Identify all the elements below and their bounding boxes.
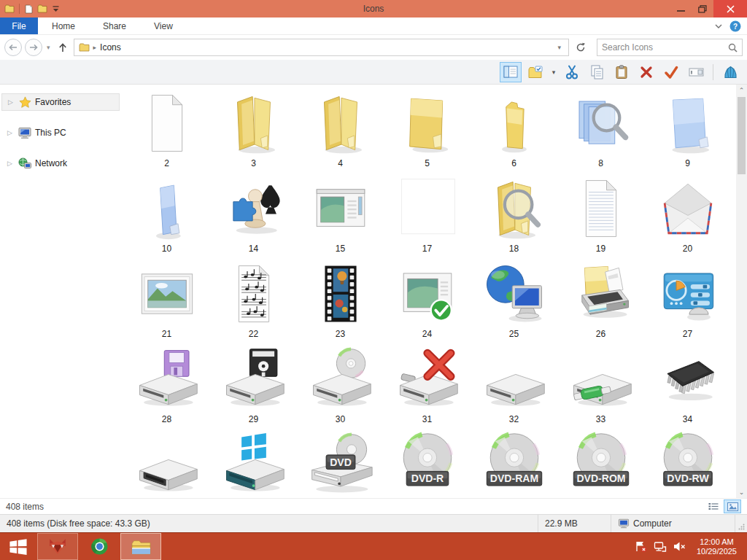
scroll-down-icon[interactable]: ⌄ (736, 486, 747, 498)
file-item[interactable]: 33 (557, 345, 644, 430)
file-item[interactable]: 10 (123, 174, 210, 260)
start-button[interactable] (0, 533, 36, 560)
file-item[interactable]: 27 (644, 260, 731, 345)
address-box[interactable]: ▸ Icons ▾ (74, 39, 569, 56)
folder-blue-slim-icon (134, 174, 200, 243)
drive-network-icon (568, 345, 634, 413)
file-item[interactable]: DVD-RW (644, 430, 731, 498)
details-view-button[interactable] (705, 499, 722, 513)
back-button[interactable] (4, 39, 22, 56)
preview-pane-button[interactable] (500, 62, 522, 82)
taskbar-browser-button[interactable] (79, 533, 120, 560)
file-item[interactable]: 21 (123, 260, 210, 345)
search-box[interactable] (597, 39, 743, 56)
file-item[interactable]: 15 (297, 174, 384, 260)
picture-frame-icon (134, 260, 200, 328)
file-item[interactable]: 9 (644, 89, 731, 174)
expand-arrow-icon[interactable]: ▷ (7, 160, 15, 167)
new-folder-dropdown-icon[interactable]: ▾ (549, 62, 558, 82)
file-item[interactable]: 5 (384, 89, 471, 174)
minimize-button[interactable] (670, 0, 692, 18)
file-item[interactable]: 17 (384, 174, 471, 260)
tab-file[interactable]: File (0, 18, 38, 34)
taskbar-file-explorer-button[interactable] (120, 533, 161, 560)
address-dropdown-caret-icon[interactable]: ▾ (554, 44, 564, 51)
svg-text:DVD: DVD (330, 456, 352, 468)
file-item[interactable] (210, 430, 297, 498)
shell-button[interactable] (719, 62, 741, 82)
file-item[interactable]: 28 (123, 345, 210, 430)
expand-arrow-icon[interactable]: ▷ (8, 98, 15, 106)
tab-home[interactable]: Home (38, 18, 89, 34)
network-tray-icon[interactable] (654, 541, 667, 553)
sidebar-item-label: This PC (35, 128, 66, 138)
help-icon[interactable]: ? (729, 20, 741, 32)
customize-qat-caret-icon[interactable] (52, 5, 60, 12)
restore-button[interactable] (692, 0, 713, 18)
expand-arrow-icon[interactable]: ▷ (7, 129, 15, 136)
file-item[interactable]: 4 (297, 89, 384, 174)
file-item[interactable]: 3 (210, 89, 297, 174)
scroll-up-icon[interactable]: ⌃ (736, 85, 747, 96)
sidebar-item-favorites[interactable]: ▷ Favorites (1, 93, 120, 111)
file-item[interactable]: 24 (384, 260, 471, 345)
tab-view[interactable]: View (140, 18, 187, 34)
file-item[interactable]: 19 (557, 174, 644, 260)
tab-share[interactable]: Share (89, 18, 140, 34)
volume-muted-icon[interactable] (673, 541, 686, 552)
new-folder-icon[interactable] (37, 4, 47, 13)
toolbar-separator (713, 64, 713, 80)
recent-locations-caret-icon[interactable]: ▾ (45, 44, 52, 51)
file-item[interactable]: 2 (123, 89, 210, 174)
up-button[interactable] (55, 39, 71, 55)
dvd-disc-icon: DVD-ROM (568, 430, 634, 498)
sidebar-item-label: Network (35, 158, 67, 168)
file-item[interactable]: 8 (557, 89, 644, 174)
file-item[interactable]: 6 (471, 89, 557, 174)
minimize-ribbon-chevron-icon[interactable] (715, 24, 722, 28)
taskbar-clock[interactable]: 12:00 AM 10/29/2025 (692, 537, 741, 556)
apply-check-button[interactable] (660, 62, 682, 82)
rename-field-button[interactable] (685, 62, 707, 82)
vertical-scrollbar[interactable]: ⌃ ⌄ (736, 85, 747, 498)
refresh-button[interactable] (572, 39, 589, 56)
taskbar-fox-app-button[interactable] (37, 533, 78, 560)
file-item[interactable]: 25 (471, 260, 557, 345)
scrollbar-thumb[interactable] (738, 97, 746, 174)
search-icon[interactable] (728, 43, 738, 52)
sidebar-item-this-pc[interactable]: ▷ This PC (1, 124, 120, 141)
file-item[interactable]: 29 (210, 345, 297, 430)
file-item[interactable]: 20 (644, 174, 731, 260)
file-item[interactable] (123, 430, 210, 498)
item-count: 408 items (6, 502, 44, 512)
close-button[interactable] (713, 0, 747, 18)
file-item[interactable]: 14 (210, 174, 297, 260)
copy-button[interactable] (586, 62, 608, 82)
file-item[interactable]: 30 (297, 345, 384, 430)
file-item[interactable]: 22 (210, 260, 297, 345)
file-item[interactable]: 18 (471, 174, 557, 260)
sidebar-item-network[interactable]: ▷ Network (1, 155, 120, 172)
new-folder-button[interactable] (525, 62, 546, 82)
delete-button[interactable] (635, 62, 657, 82)
breadcrumb-path[interactable]: Icons (100, 42, 121, 52)
cut-button[interactable] (561, 62, 583, 82)
file-item[interactable]: DVD-ROM (557, 430, 644, 498)
forward-button[interactable] (25, 39, 42, 56)
action-center-flag-icon[interactable] (635, 540, 647, 553)
thumbnail-view-button[interactable] (724, 499, 741, 513)
file-item[interactable]: 31 (384, 345, 471, 430)
file-item-label: 2 (164, 158, 169, 168)
file-item-label: 32 (509, 414, 519, 424)
file-item[interactable]: 32 (471, 345, 557, 430)
file-item[interactable]: DVD-RAM (471, 430, 557, 498)
file-item[interactable]: DVD (297, 430, 384, 498)
search-input[interactable] (602, 42, 728, 52)
file-item[interactable]: 26 (557, 260, 644, 345)
resize-grip[interactable] (735, 515, 747, 532)
file-item[interactable]: DVD-R (384, 430, 471, 498)
file-item[interactable]: 23 (297, 260, 384, 345)
file-item[interactable]: 34 (644, 345, 731, 430)
paste-button[interactable] (611, 62, 632, 82)
properties-icon[interactable] (24, 4, 33, 14)
